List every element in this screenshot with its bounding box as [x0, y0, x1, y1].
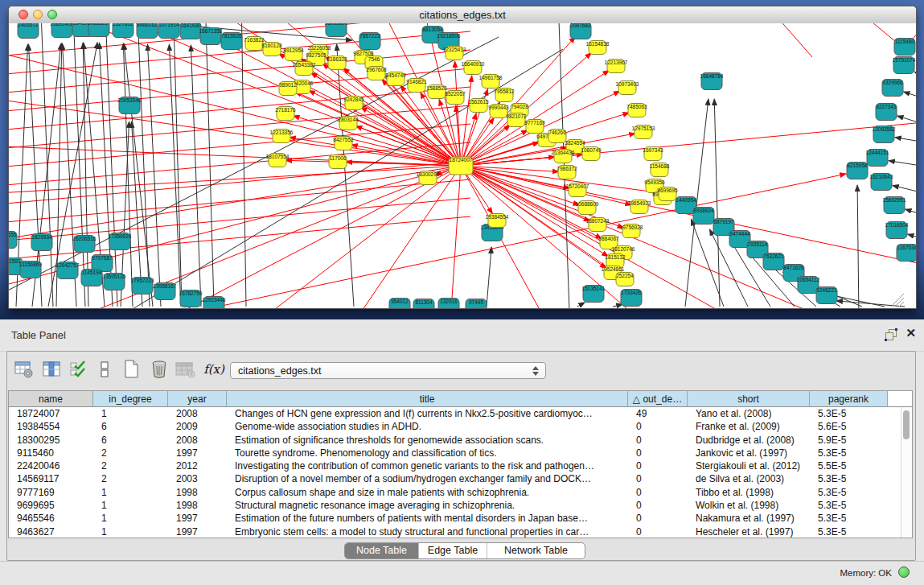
- graph-node-label: 20691406: [51, 23, 74, 27]
- window-titlebar[interactable]: citations_edges.txt: [9, 6, 916, 24]
- table-cell: 9777169: [9, 486, 93, 499]
- graph-node-label: 8813054: [422, 27, 443, 32]
- table-cell: 1: [93, 525, 168, 538]
- table-cell: Franke et al. (2009): [688, 420, 810, 433]
- delete-table-button[interactable]: [147, 357, 171, 381]
- graph-node-label: 1697343: [643, 147, 663, 153]
- graph-node-label: 7955812: [494, 89, 515, 94]
- memory-status-indicator[interactable]: [898, 566, 910, 578]
- graph-node-label: 10973493: [616, 81, 639, 87]
- graph-node-label: 2718176: [275, 107, 296, 113]
- table-header-row: namein_degreeyeartitle△ out_de…shortpage…: [9, 391, 912, 407]
- graph-node-label: 10654112: [797, 277, 820, 282]
- table-settings-button[interactable]: [12, 357, 36, 381]
- table-cell: 0: [628, 420, 688, 433]
- table-cell: 2009: [168, 420, 227, 433]
- graph-node-label: 9146821: [406, 79, 427, 84]
- graph-node-label: 1440954: [676, 197, 696, 203]
- table-cell: Estimation of significance thresholds fo…: [227, 434, 628, 447]
- graph-node-label: 8466162: [137, 23, 158, 27]
- table-row[interactable]: 1872400712008Changes of HCN gene express…: [9, 407, 901, 420]
- graph-node-label: 16640910: [462, 61, 485, 67]
- graph-node-label: 19958167: [154, 283, 177, 289]
- float-panel-icon[interactable]: [885, 329, 897, 340]
- table-cell: Stergiakouli et al. (2012): [688, 459, 810, 472]
- row-height-button[interactable]: [92, 357, 117, 381]
- tab-network-table[interactable]: Network Table: [487, 543, 585, 558]
- new-table-button[interactable]: [120, 357, 144, 381]
- tab-node-table[interactable]: Node Table: [345, 543, 418, 558]
- table-row[interactable]: 1456911722003Disruption of a novel membe…: [9, 472, 901, 485]
- vertical-scrollbar[interactable]: [901, 407, 912, 538]
- graph-node-label: 20053346: [118, 97, 142, 103]
- scrollbar-thumb[interactable]: [903, 410, 910, 439]
- graph-node-label: 132016: [440, 299, 458, 304]
- graph-node-label: 1115480: [895, 39, 915, 44]
- table-row[interactable]: 911546021997Tourette syndrome. Phenomeno…: [9, 447, 901, 459]
- graph-node-label: 19654923: [628, 200, 651, 206]
- table-row[interactable]: 2242004622012Investigating the contribut…: [9, 459, 901, 472]
- graph-node-label: 2087682: [570, 23, 591, 28]
- column-header-year[interactable]: year: [168, 391, 227, 407]
- graph-node-label: 17359924: [109, 233, 132, 239]
- column-header-out_de[interactable]: △ out_de…: [628, 391, 688, 407]
- tab-edge-table[interactable]: Edge Table: [418, 543, 487, 558]
- table-cell: 1997: [168, 525, 227, 538]
- table-row[interactable]: 946554611997Estimation of the future num…: [9, 512, 901, 525]
- table-cell: 0: [628, 472, 688, 485]
- table-cell: 22420046: [9, 459, 93, 472]
- graph-node-label: 12213356: [270, 130, 294, 135]
- memory-status-label: Memory: OK: [840, 568, 892, 578]
- table-cell: 0: [628, 525, 688, 538]
- table-cell: 1998: [168, 486, 227, 499]
- status-bar: Memory: OK: [0, 561, 924, 585]
- network-window: citations_edges.txt 24055722069140618419…: [8, 6, 917, 309]
- close-panel-icon[interactable]: ✕: [906, 327, 916, 340]
- table-row[interactable]: 1830029562008Estimation of significance …: [9, 434, 901, 447]
- import-table-button[interactable]: [173, 357, 197, 381]
- network-canvas[interactable]: 2405572206914061841971106532571527602846…: [9, 23, 916, 308]
- graph-node-label: 15135141: [582, 286, 606, 291]
- table-cell: 5.6E-5: [810, 420, 888, 433]
- table-cell: 9465546: [9, 512, 93, 525]
- node-table: namein_degreeyeartitle△ out_de…shortpage…: [8, 390, 913, 538]
- column-header-pagerank[interactable]: pagerank: [810, 391, 888, 407]
- graph-node-label: 6879197: [713, 219, 734, 225]
- graph-node-label: 16154838: [586, 41, 610, 47]
- table-cell: 2008: [168, 434, 227, 447]
- function-builder-button[interactable]: f(x): [200, 357, 228, 381]
- graph-node-label: 12923446: [203, 297, 226, 303]
- table-cell: 5.5E-5: [810, 459, 888, 472]
- resize-grip-icon[interactable]: [895, 298, 904, 307]
- table-row[interactable]: 969969511998Structural magnetic resonanc…: [9, 499, 901, 512]
- graph-node-label: 1562615: [468, 99, 489, 105]
- column-header-name[interactable]: name: [9, 391, 93, 407]
- graph-node-label: 7632621: [763, 253, 784, 259]
- graph-node-label: 8427552: [333, 137, 354, 142]
- table-row[interactable]: 946362711997Embryonic stem cells: a mode…: [9, 525, 901, 538]
- table-cell: Dudbridge et al. (2008): [688, 434, 810, 447]
- table-cell: 1: [93, 486, 168, 499]
- graph-node-label: 9797587: [92, 255, 113, 261]
- graph-node-label: 9777169: [524, 120, 545, 126]
- column-header-short[interactable]: short: [688, 391, 810, 407]
- resize-grip-icon[interactable]: [899, 302, 904, 307]
- graph-node-label: 23226058: [308, 45, 331, 51]
- table-cell: Genome-wide association studies in ADHD.: [227, 420, 628, 433]
- show-column-button[interactable]: [39, 357, 64, 381]
- table-toolbar: f(x) citations_edges.txt: [7, 352, 915, 387]
- column-header-title[interactable]: title: [227, 391, 628, 407]
- graph-node-label: 2935114: [748, 241, 768, 247]
- table-source-select[interactable]: citations_edges.txt: [230, 362, 546, 379]
- table-row[interactable]: 977716911998Corpus callosum shape and si…: [9, 486, 901, 499]
- graph-node-label: 1527602: [113, 23, 133, 27]
- column-header-in_degree[interactable]: in_degree: [93, 391, 168, 407]
- graph-node-label: 12093582: [873, 126, 896, 132]
- graph-node-label: 8160128: [261, 43, 282, 48]
- graph-node-label: 9329966: [882, 80, 903, 85]
- select-rows-button[interactable]: [67, 357, 91, 381]
- table-cell: Hescheler et al. (1997): [688, 525, 810, 538]
- table-row[interactable]: 1938455462009Genome-wide association stu…: [9, 420, 901, 433]
- graph-node-label: 16648784: [700, 73, 724, 79]
- table-cell: 19384554: [9, 420, 93, 433]
